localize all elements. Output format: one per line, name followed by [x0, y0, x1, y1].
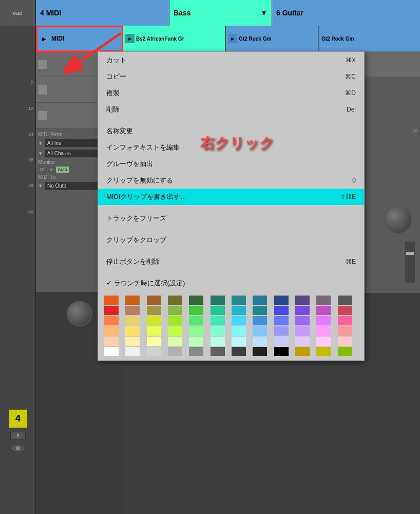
color-swatch[interactable]	[232, 316, 246, 325]
color-swatch[interactable]	[104, 306, 119, 315]
color-swatch[interactable]	[253, 347, 267, 356]
color-swatch[interactable]	[274, 337, 289, 346]
color-swatch[interactable]	[211, 347, 225, 356]
color-swatch[interactable]	[125, 316, 140, 325]
fader-thumb[interactable]	[406, 252, 414, 255]
color-swatch[interactable]	[274, 306, 289, 315]
color-swatch[interactable]	[295, 316, 310, 325]
menu-item-copy[interactable]: コピー ⌘C	[98, 68, 364, 85]
color-swatch[interactable]	[316, 316, 331, 325]
color-swatch[interactable]	[338, 326, 352, 336]
color-swatch[interactable]	[147, 326, 161, 336]
menu-item-export-midi[interactable]: MIDIクリップを書き出す... ⇧⌘E	[98, 189, 364, 205]
track-header-bass[interactable]: Bass ▼	[169, 0, 272, 26]
color-swatch[interactable]	[253, 316, 267, 325]
color-swatch[interactable]	[338, 306, 352, 315]
monitor-off-button[interactable]: Off	[38, 167, 47, 173]
bass-clip[interactable]: ▶ Bs2 AfricanFunk Gr	[123, 26, 225, 51]
track-header-midi[interactable]: 4 MIDI	[36, 0, 169, 26]
color-swatch[interactable]	[316, 296, 331, 305]
color-swatch[interactable]	[338, 296, 352, 305]
color-swatch[interactable]	[316, 306, 331, 315]
bass-play-button[interactable]: ▶	[125, 34, 135, 43]
guitar-play-button[interactable]: ▶	[228, 34, 237, 43]
color-swatch[interactable]	[338, 316, 352, 325]
color-swatch[interactable]	[211, 337, 225, 346]
color-swatch[interactable]	[316, 326, 331, 336]
color-swatch[interactable]	[253, 296, 267, 305]
color-swatch[interactable]	[189, 337, 203, 346]
menu-item-disable-clip[interactable]: クリップを無効にする 0	[98, 172, 364, 189]
color-swatch[interactable]	[316, 337, 331, 346]
menu-item-edit-info[interactable]: インフォテキストを編集	[98, 139, 364, 156]
color-swatch[interactable]	[168, 306, 182, 315]
color-swatch[interactable]	[232, 347, 246, 356]
color-swatch[interactable]	[211, 326, 225, 336]
menu-item-delete[interactable]: 削除 Del	[98, 101, 364, 118]
clip-play-button[interactable]: ▶	[39, 33, 49, 44]
menu-item-extract-groove[interactable]: グルーヴを抽出	[98, 156, 364, 172]
color-swatch[interactable]	[168, 347, 182, 356]
color-swatch[interactable]	[125, 337, 140, 346]
color-swatch[interactable]	[274, 326, 289, 336]
menu-item-crop-clip[interactable]: クリップをクロップ	[98, 232, 364, 248]
color-swatch[interactable]	[211, 316, 225, 325]
color-swatch[interactable]	[211, 296, 225, 305]
bass-dropdown-icon[interactable]: ▼	[260, 9, 268, 17]
color-swatch[interactable]	[104, 337, 119, 346]
color-swatch[interactable]	[295, 337, 310, 346]
menu-item-delete-stop[interactable]: 停止ボタンを削除 ⌘E	[98, 253, 364, 270]
color-swatch[interactable]	[295, 306, 310, 315]
color-swatch[interactable]	[189, 347, 203, 356]
menu-item-rename[interactable]: 名称変更	[98, 123, 364, 139]
color-swatch[interactable]	[295, 347, 310, 356]
color-swatch[interactable]	[253, 337, 267, 346]
color-swatch[interactable]	[338, 337, 352, 346]
far-right-clip[interactable]: Gt2 Rock Gm	[318, 26, 420, 51]
color-swatch[interactable]	[189, 296, 203, 305]
color-swatch[interactable]	[168, 326, 182, 336]
menu-item-select-on-launch[interactable]: ✓ ラウンチ時に選択(設定)	[98, 275, 364, 291]
color-swatch[interactable]	[147, 347, 161, 356]
color-swatch[interactable]	[125, 296, 140, 305]
record-button[interactable]: ⏺	[10, 444, 26, 452]
menu-item-freeze-track[interactable]: トラックをフリーズ	[98, 210, 364, 227]
color-swatch[interactable]	[232, 306, 246, 315]
color-swatch[interactable]	[147, 306, 161, 315]
color-swatch[interactable]	[104, 347, 119, 356]
color-swatch[interactable]	[104, 326, 119, 336]
monitor-in-button[interactable]: In	[48, 167, 55, 173]
color-swatch[interactable]	[253, 326, 267, 336]
monitor-auto-button[interactable]: Auto	[56, 167, 69, 173]
color-swatch[interactable]	[338, 347, 352, 356]
color-swatch[interactable]	[295, 326, 310, 336]
color-swatch[interactable]	[232, 337, 246, 346]
color-swatch[interactable]	[189, 306, 203, 315]
guitar-clip[interactable]: ▶ Gt2 Rock Gm	[226, 26, 318, 51]
color-swatch[interactable]	[125, 347, 140, 356]
color-swatch[interactable]	[125, 326, 140, 336]
color-swatch[interactable]	[274, 347, 289, 356]
track-header-guitar[interactable]: 6 Guitar	[272, 0, 420, 26]
color-swatch[interactable]	[274, 316, 289, 325]
color-swatch[interactable]	[232, 326, 246, 336]
menu-item-duplicate[interactable]: 複製 ⌘D	[98, 85, 364, 101]
color-swatch[interactable]	[253, 306, 267, 315]
color-swatch[interactable]	[316, 347, 331, 356]
color-swatch[interactable]	[147, 316, 161, 325]
menu-item-cut[interactable]: カット ⌘X	[98, 52, 364, 68]
midi-knob[interactable]	[67, 301, 92, 326]
color-swatch[interactable]	[168, 296, 182, 305]
color-swatch[interactable]	[147, 296, 161, 305]
right-knob[interactable]	[384, 206, 412, 234]
color-swatch[interactable]	[125, 306, 140, 315]
solo-button[interactable]: S	[10, 432, 26, 440]
color-swatch[interactable]	[274, 296, 289, 305]
color-swatch[interactable]	[189, 316, 203, 325]
color-swatch[interactable]	[104, 316, 119, 325]
color-swatch[interactable]	[189, 326, 203, 336]
color-swatch[interactable]	[147, 337, 161, 346]
midi-clip[interactable]: ▶ MIDI	[36, 26, 123, 51]
color-swatch[interactable]	[232, 296, 246, 305]
color-swatch[interactable]	[211, 306, 225, 315]
